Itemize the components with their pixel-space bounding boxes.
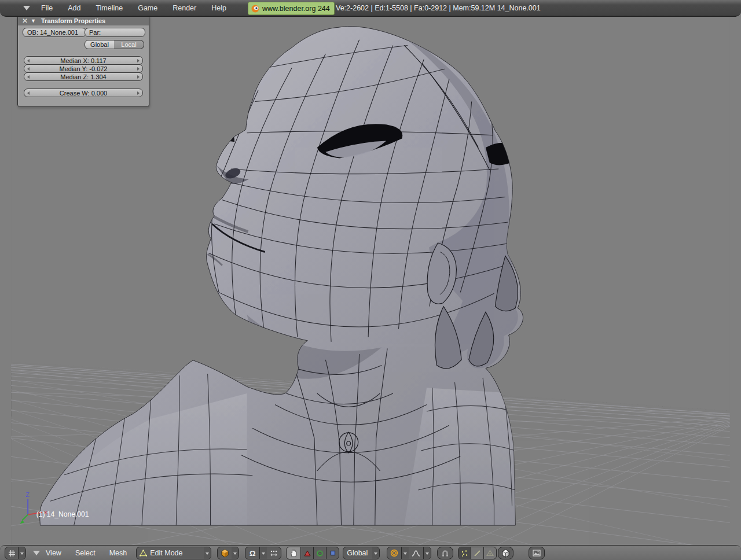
edge-select-icon	[474, 550, 481, 557]
mode-dropdown[interactable]: Edit Mode	[136, 547, 211, 559]
viewport-header-bar: View Select Mesh Edit Mode Ω	[0, 545, 741, 560]
object-name-field[interactable]: OB: 14_None.001	[23, 28, 86, 37]
manipulator-rotate-button[interactable]	[314, 547, 327, 559]
orientation-dropdown[interactable]: Global	[343, 547, 380, 559]
proportional-edit-dropdown[interactable]	[387, 547, 402, 559]
top-header-bar: File Add Timeline Game Render Help www.b…	[0, 0, 741, 17]
draw-type-spinner[interactable]	[232, 547, 239, 559]
edge-select-button[interactable]	[471, 547, 484, 559]
panel-collapse-icon[interactable]: ▼	[31, 18, 36, 24]
mode-dropdown-label: Edit Mode	[150, 549, 182, 557]
mode-spinner[interactable]	[204, 547, 211, 559]
pivot-icon: Ω	[250, 549, 255, 558]
menu-help[interactable]: Help	[211, 4, 226, 12]
orientation-spinner[interactable]	[372, 547, 379, 559]
panel-title: Transform Properties	[41, 17, 105, 24]
scene-statistics: Ve:2-2602 | Ed:1-5508 | Fa:0-2912 | Mem:…	[336, 0, 541, 16]
select-mode-group	[458, 547, 497, 559]
badge-label: www.blender.org 244	[262, 5, 330, 13]
menu-add[interactable]: Add	[68, 4, 80, 12]
magnet-icon	[441, 550, 449, 557]
panel-header[interactable]: ✕ ▼ Transform Properties	[18, 16, 149, 25]
3d-view-editor-icon	[8, 550, 16, 557]
manipulator-translate-button[interactable]	[301, 547, 314, 559]
pivot-dropdown[interactable]: Ω	[245, 547, 260, 559]
transform-properties-panel[interactable]: ✕ ▼ Transform Properties OB: 14_None.001…	[17, 15, 149, 107]
edit-mode-icon	[140, 550, 147, 557]
manipulator-scale-button[interactable]	[327, 547, 339, 559]
menu-mesh[interactable]: Mesh	[109, 549, 127, 557]
object-centers-icon	[270, 550, 278, 557]
vertex-select-button[interactable]	[458, 547, 471, 559]
median-z-slider[interactable]: Median Z: 1.304	[24, 72, 143, 81]
parent-field[interactable]: Par:	[85, 28, 145, 37]
menu-view[interactable]: View	[46, 549, 61, 557]
editor-type-spinner[interactable]	[19, 547, 25, 559]
panel-close-icon[interactable]: ✕	[22, 17, 28, 25]
pivot-spinner[interactable]	[260, 547, 267, 559]
falloff-curve-icon	[412, 550, 420, 557]
proportional-edit-group	[387, 547, 431, 559]
proportional-edit-icon	[390, 549, 398, 557]
pivot-centers-group: Ω	[245, 547, 281, 559]
global-button[interactable]: Global	[85, 40, 115, 49]
menu-select[interactable]: Select	[75, 549, 96, 557]
falloff-spinner[interactable]	[424, 547, 431, 559]
scale-manipulator-icon	[330, 550, 336, 556]
header-menu-collapse-icon[interactable]	[33, 551, 40, 555]
render-image-icon	[533, 550, 541, 557]
blender-logo-icon	[251, 4, 260, 13]
proportional-edit-spinner[interactable]	[402, 547, 409, 559]
falloff-dropdown[interactable]	[409, 547, 424, 559]
menu-file[interactable]: File	[41, 4, 53, 12]
occlude-cube-icon	[501, 549, 510, 558]
menu-game[interactable]: Game	[138, 4, 157, 12]
manipulator-group	[286, 547, 339, 559]
local-button[interactable]: Local	[114, 40, 144, 49]
median-x-slider[interactable]: Median X: 0.117	[24, 56, 143, 65]
viewport-render-button[interactable]	[529, 547, 545, 559]
menu-timeline[interactable]: Timeline	[96, 4, 123, 12]
rotate-manipulator-icon	[316, 550, 324, 557]
snap-toggle-button[interactable]	[437, 547, 453, 559]
crease-w-slider[interactable]: Crease W: 0.000	[24, 89, 143, 97]
face-select-button[interactable]	[484, 547, 496, 559]
window-menu-collapse-icon[interactable]	[23, 6, 30, 10]
centers-only-button[interactable]	[267, 547, 281, 559]
hand-icon	[289, 549, 298, 558]
orientation-label: Global	[347, 549, 368, 557]
axis-z-label: Z	[25, 491, 30, 498]
blender-version-badge[interactable]: www.blender.org 244	[248, 2, 335, 15]
manipulator-toggle-button[interactable]	[287, 547, 301, 559]
median-y-slider[interactable]: Median Y: -0.072	[24, 64, 143, 73]
draw-type-dropdown[interactable]	[217, 547, 239, 559]
editor-type-button[interactable]	[5, 547, 26, 559]
face-select-icon	[486, 550, 494, 557]
occlude-geometry-button[interactable]	[498, 547, 513, 559]
menu-render[interactable]: Render	[173, 4, 196, 12]
viewport-object-name: (1) 14_None.001	[36, 510, 89, 518]
vertex-select-icon	[461, 550, 468, 557]
translate-manipulator-icon	[304, 550, 311, 557]
draw-type-solid-icon	[221, 549, 229, 558]
